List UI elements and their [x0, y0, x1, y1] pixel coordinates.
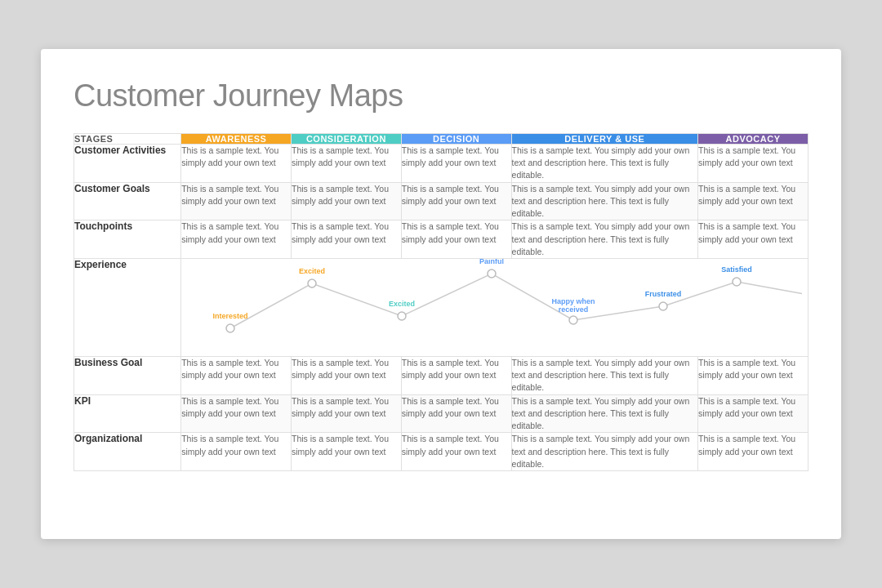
cell-customer-goals-awareness: This is a sample text. You simply add yo…: [181, 182, 292, 220]
experience-point: [308, 279, 316, 287]
experience-label: Frustrated: [645, 290, 682, 298]
experience-label: Excited: [299, 267, 325, 275]
row-business-goal: Business Goal This is a sample text. You…: [74, 356, 808, 394]
cell-touchpoints-awareness: This is a sample text. You simply add yo…: [181, 220, 292, 259]
experience-label: Painful: [479, 259, 504, 265]
cell-customer-activities-delivery: This is a sample text. You simply add yo…: [511, 145, 698, 183]
experience-point: [659, 302, 667, 310]
cell-business-goal-awareness: This is a sample text. You simply add yo…: [181, 356, 292, 394]
label-organizational: Organizational: [74, 433, 181, 471]
label-business-goal: Business Goal: [74, 356, 181, 394]
experience-point: [398, 312, 406, 320]
cell-kpi-advocacy: This is a sample text. You simply add yo…: [698, 394, 808, 433]
cell-touchpoints-delivery: This is a sample text. You simply add yo…: [511, 220, 698, 259]
col-header-delivery: DELIVERY & USE: [511, 134, 698, 145]
label-touchpoints: Touchpoints: [74, 220, 181, 259]
col-header-awareness: AWARENESS: [181, 134, 292, 145]
cell-customer-goals-delivery: This is a sample text. You simply add yo…: [511, 182, 698, 220]
cell-customer-goals-advocacy: This is a sample text. You simply add yo…: [698, 182, 808, 220]
cell-kpi-delivery: This is a sample text. You simply add yo…: [511, 394, 698, 433]
row-kpi: KPI This is a sample text. You simply ad…: [74, 394, 808, 433]
cell-customer-goals-decision: This is a sample text. You simply add yo…: [401, 182, 511, 220]
slide: Customer Journey Maps STAGES AWARENESS C…: [41, 49, 841, 539]
experience-label: Happy when: [552, 297, 595, 305]
cell-kpi-awareness: This is a sample text. You simply add yo…: [181, 394, 292, 433]
col-header-advocacy: ADVOCACY: [698, 134, 808, 145]
cell-touchpoints-decision: This is a sample text. You simply add yo…: [401, 220, 511, 259]
row-customer-activities: Customer Activities This is a sample tex…: [74, 145, 808, 183]
col-header-decision: DECISION: [401, 134, 511, 145]
cell-business-goal-advocacy: This is a sample text. You simply add yo…: [698, 356, 808, 394]
label-experience: Experience: [74, 258, 181, 356]
experience-label: Interested: [213, 312, 248, 320]
cell-customer-activities-consideration: This is a sample text. You simply add yo…: [291, 145, 401, 183]
row-customer-goals: Customer Goals This is a sample text. Yo…: [74, 182, 808, 220]
row-organizational: Organizational This is a sample text. Yo…: [74, 433, 808, 471]
experience-label: received: [559, 305, 589, 314]
cell-touchpoints-consideration: This is a sample text. You simply add yo…: [291, 220, 401, 259]
cell-business-goal-consideration: This is a sample text. You simply add yo…: [291, 356, 401, 394]
experience-svg: InterestedExcitedExcitedPainfulHappy whe…: [181, 259, 802, 349]
cell-organizational-delivery: This is a sample text. You simply add yo…: [511, 433, 698, 471]
journey-map-table: STAGES AWARENESS CONSIDERATION DECISION …: [74, 133, 808, 471]
experience-chart: InterestedExcitedExcitedPainfulHappy whe…: [181, 258, 808, 356]
cell-kpi-consideration: This is a sample text. You simply add yo…: [291, 394, 401, 433]
experience-point: [569, 316, 577, 324]
experience-point: [733, 278, 741, 286]
label-kpi: KPI: [74, 394, 181, 433]
row-experience: ExperienceInterestedExcitedExcitedPainfu…: [74, 258, 808, 356]
cell-customer-activities-advocacy: This is a sample text. You simply add yo…: [698, 145, 808, 183]
cell-touchpoints-advocacy: This is a sample text. You simply add yo…: [698, 220, 808, 259]
experience-label: Excited: [389, 300, 415, 308]
cell-organizational-consideration: This is a sample text. You simply add yo…: [291, 433, 401, 471]
experience-label: Satisfied: [721, 265, 752, 274]
cell-organizational-awareness: This is a sample text. You simply add yo…: [181, 433, 292, 471]
stages-header: STAGES: [74, 134, 181, 145]
experience-point: [226, 324, 234, 332]
cell-kpi-decision: This is a sample text. You simply add yo…: [401, 394, 511, 433]
experience-point: [488, 270, 496, 278]
cell-business-goal-delivery: This is a sample text. You simply add yo…: [511, 356, 698, 394]
label-customer-goals: Customer Goals: [74, 182, 181, 220]
col-header-consideration: CONSIDERATION: [291, 134, 401, 145]
label-customer-activities: Customer Activities: [74, 145, 181, 183]
cell-business-goal-decision: This is a sample text. You simply add yo…: [401, 356, 511, 394]
cell-organizational-advocacy: This is a sample text. You simply add yo…: [698, 433, 808, 471]
cell-customer-activities-awareness: This is a sample text. You simply add yo…: [181, 145, 292, 183]
slide-title: Customer Journey Maps: [74, 78, 808, 114]
row-touchpoints: Touchpoints This is a sample text. You s…: [74, 220, 808, 259]
cell-customer-goals-consideration: This is a sample text. You simply add yo…: [291, 182, 401, 220]
cell-organizational-decision: This is a sample text. You simply add yo…: [401, 433, 511, 471]
cell-customer-activities-decision: This is a sample text. You simply add yo…: [401, 145, 511, 183]
